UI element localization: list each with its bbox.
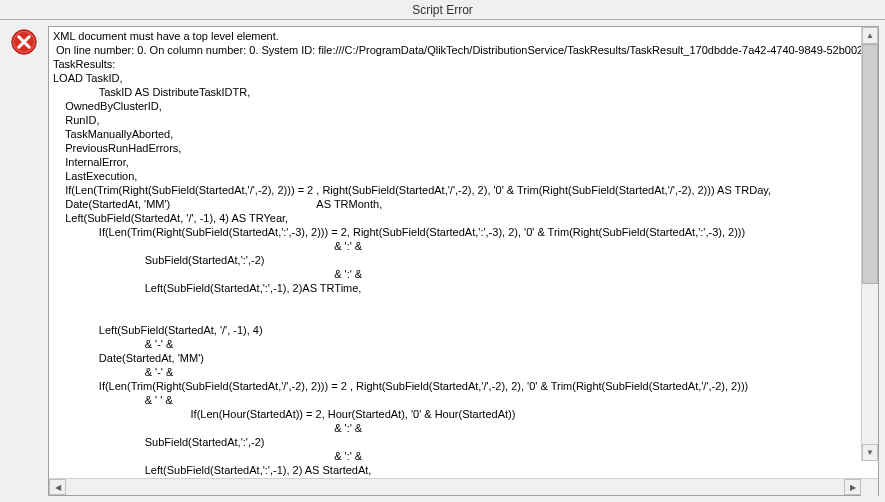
scroll-up-arrow-icon[interactable]: ▲ [862, 27, 878, 44]
scroll-left-arrow-icon[interactable]: ◀ [49, 479, 66, 495]
window-title: Script Error [412, 3, 473, 17]
error-content-box: XML document must have a top level eleme… [48, 26, 879, 496]
title-bar: Script Error [0, 0, 885, 20]
scroll-down-arrow-icon[interactable]: ▼ [862, 444, 878, 461]
error-icon [10, 28, 38, 56]
scrollbar-corner [861, 479, 878, 496]
scroll-right-arrow-icon[interactable]: ▶ [844, 479, 861, 495]
error-text: XML document must have a top level eleme… [49, 27, 878, 478]
scroll-thumb-vertical[interactable] [862, 44, 878, 284]
error-text-scroll: XML document must have a top level eleme… [49, 27, 878, 478]
dialog-body: XML document must have a top level eleme… [0, 20, 885, 502]
horizontal-scrollbar[interactable]: ◀ ▶ [49, 478, 878, 495]
vertical-scrollbar[interactable]: ▲ ▼ [861, 27, 878, 461]
icon-area [6, 26, 48, 496]
